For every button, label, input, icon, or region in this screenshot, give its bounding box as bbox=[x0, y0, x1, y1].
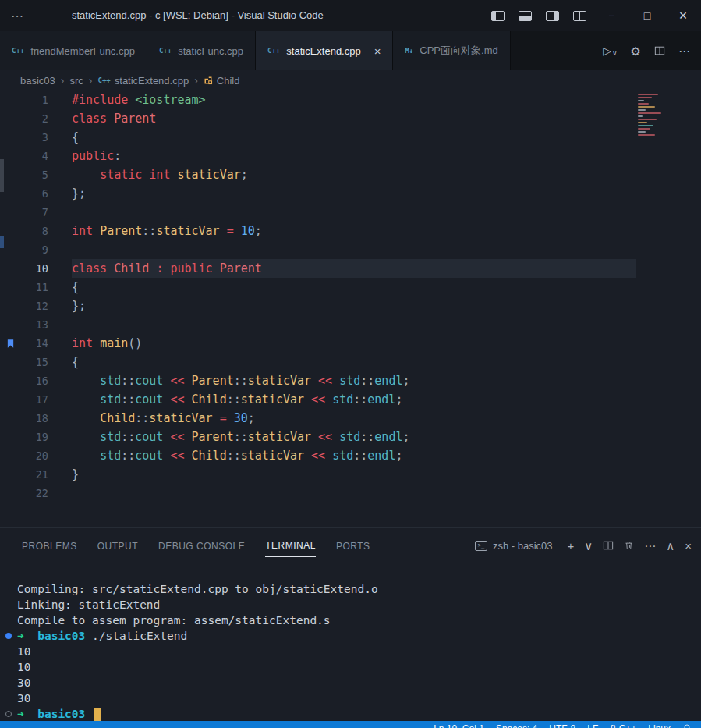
code-text: }; bbox=[72, 184, 636, 203]
toggle-sidebar-icon[interactable] bbox=[491, 11, 505, 21]
line-number: 18 bbox=[20, 409, 48, 428]
chevron-up-icon[interactable]: ∧ bbox=[666, 540, 674, 552]
code-line[interactable]: 6}; bbox=[0, 184, 701, 203]
tab-friendmemberfunc[interactable]: C++ friendMemberFunc.cpp bbox=[0, 31, 147, 70]
code-text: public: bbox=[72, 147, 636, 165]
editor-actions: ▷ ∨ ⚙ ⋯ bbox=[603, 31, 701, 70]
run-or-debug-button[interactable]: ▷ ∨ bbox=[603, 44, 617, 57]
gutter-decoration bbox=[0, 259, 20, 278]
code-text: int Parent::staticVar = 10; bbox=[72, 222, 636, 240]
toggle-secondary-sidebar-icon[interactable] bbox=[546, 11, 559, 21]
panel-tab-problems[interactable]: PROBLEMS bbox=[22, 534, 77, 557]
code-line[interactable]: 15{ bbox=[0, 353, 701, 371]
code-text: int main() bbox=[72, 334, 636, 353]
status-indentation[interactable]: Spaces: 4 bbox=[496, 723, 537, 728]
panel-tab-output[interactable]: OUTPUT bbox=[97, 534, 138, 557]
panel-tab-ports[interactable]: PORTS bbox=[336, 534, 370, 557]
line-number: 21 bbox=[20, 465, 48, 484]
breadcrumb-file[interactable]: C++ staticExtend.cpp bbox=[98, 75, 189, 87]
command-decoration[interactable] bbox=[0, 711, 17, 717]
gutter-decoration bbox=[0, 353, 20, 371]
gear-icon[interactable]: ⚙ bbox=[631, 45, 641, 57]
left-ruler-mark bbox=[0, 159, 4, 192]
breadcrumb-folder[interactable]: basic03 bbox=[20, 75, 55, 87]
status-encoding[interactable]: UTF-8 bbox=[549, 723, 575, 728]
panel-tab-debug-console[interactable]: DEBUG CONSOLE bbox=[158, 534, 245, 557]
code-line[interactable]: 20 std::cout << Child::staticVar << std:… bbox=[0, 446, 701, 465]
code-line[interactable]: 7 bbox=[0, 203, 701, 222]
minimap[interactable] bbox=[638, 94, 672, 136]
code-line[interactable]: 3{ bbox=[0, 128, 701, 147]
tab-cpp-oop-md[interactable]: M↓ CPP面向对象.md bbox=[393, 31, 510, 70]
gutter-decoration bbox=[0, 91, 20, 109]
code-text bbox=[72, 203, 636, 222]
tab-label: staticExtend.cpp bbox=[286, 45, 360, 57]
line-number: 19 bbox=[20, 428, 48, 446]
code-line[interactable]: 10class Child : public Parent bbox=[0, 259, 701, 278]
code-line[interactable]: 11{ bbox=[0, 278, 701, 297]
breadcrumb-folder[interactable]: src bbox=[69, 75, 83, 87]
code-line[interactable]: 16 std::cout << Parent::staticVar << std… bbox=[0, 371, 701, 390]
code-line[interactable]: 5 static int staticVar; bbox=[0, 165, 701, 184]
more-actions-icon[interactable]: ⋯ bbox=[644, 540, 656, 552]
more-actions-icon[interactable]: ⋯ bbox=[678, 45, 690, 57]
gutter-decoration bbox=[0, 297, 20, 315]
breadcrumb-symbol[interactable]: Child bbox=[204, 75, 240, 87]
gutter-decoration bbox=[0, 409, 20, 428]
code-line[interactable]: 13 bbox=[0, 315, 701, 334]
code-line[interactable]: 17 std::cout << Child::staticVar << std:… bbox=[0, 390, 701, 409]
code-line[interactable]: 22 bbox=[0, 484, 701, 502]
code-line[interactable]: 1#include <iostream> bbox=[0, 91, 701, 109]
trash-icon[interactable] bbox=[624, 540, 634, 551]
cpp-file-icon: C++ bbox=[98, 76, 111, 84]
panel-header: PROBLEMS OUTPUT DEBUG CONSOLE TERMINAL P… bbox=[0, 528, 701, 563]
status-cursor-position[interactable]: Ln 10, Col 1 bbox=[434, 723, 484, 728]
terminal-instance-selector[interactable]: >_ zsh - basic03 bbox=[475, 540, 553, 552]
code-line[interactable]: 4public: bbox=[0, 147, 701, 165]
gutter-decoration bbox=[0, 315, 20, 334]
toggle-panel-icon[interactable] bbox=[519, 11, 532, 21]
status-eol[interactable]: LF bbox=[587, 723, 598, 728]
chevron-down-icon[interactable]: ∨ bbox=[584, 540, 593, 552]
terminal-output-line: Linking: staticExtend bbox=[0, 597, 701, 613]
minimap-line bbox=[638, 131, 646, 133]
gutter-decoration bbox=[0, 484, 20, 502]
minimap-line bbox=[638, 94, 658, 95]
split-terminal-icon[interactable] bbox=[603, 540, 614, 551]
minimap-line bbox=[638, 97, 652, 98]
tab-staticextend[interactable]: C++ staticExtend.cpp × bbox=[256, 31, 393, 70]
new-terminal-plus-icon[interactable]: + bbox=[568, 540, 575, 552]
code-line[interactable]: 2class Parent bbox=[0, 109, 701, 128]
breadcrumb-separator: › bbox=[194, 74, 198, 87]
code-line[interactable]: 14int main() bbox=[0, 334, 701, 353]
code-text bbox=[72, 315, 636, 334]
terminal-prompt-line: ➜ basic03 bbox=[0, 706, 701, 722]
panel-tab-terminal[interactable]: TERMINAL bbox=[265, 534, 316, 557]
code-line[interactable]: 8int Parent::staticVar = 10; bbox=[0, 222, 701, 240]
minimize-button[interactable]: − bbox=[593, 0, 629, 31]
bell-icon[interactable] bbox=[682, 723, 692, 728]
code-line[interactable]: 9 bbox=[0, 240, 701, 259]
customize-layout-icon[interactable] bbox=[573, 11, 586, 21]
status-os[interactable]: Linux bbox=[648, 723, 671, 728]
terminal-text: 10 bbox=[17, 644, 30, 659]
maximize-button[interactable]: □ bbox=[629, 0, 665, 31]
code-line[interactable]: 21} bbox=[0, 465, 701, 484]
code-text: { bbox=[72, 353, 636, 371]
line-number: 11 bbox=[20, 278, 48, 297]
close-tab-icon[interactable]: × bbox=[374, 44, 381, 58]
close-window-button[interactable]: × bbox=[665, 0, 701, 31]
menu-ellipsis-icon[interactable]: ⋯ bbox=[0, 9, 36, 23]
code-line[interactable]: 12}; bbox=[0, 297, 701, 315]
line-number: 12 bbox=[20, 297, 48, 315]
split-editor-icon[interactable] bbox=[654, 45, 665, 56]
status-language-mode[interactable]: {} C++ bbox=[610, 723, 636, 728]
tab-staticfunc[interactable]: C++ staticFunc.cpp bbox=[147, 31, 256, 70]
code-line[interactable]: 19 std::cout << Parent::staticVar << std… bbox=[0, 428, 701, 446]
terminal-content[interactable]: Compiling: src/staticExtend.cpp to obj/s… bbox=[0, 563, 701, 721]
terminal-text: Compiling: src/staticExtend.cpp to obj/s… bbox=[17, 581, 378, 597]
close-panel-icon[interactable]: × bbox=[685, 540, 692, 552]
code-line[interactable]: 18 Child::staticVar = 30; bbox=[0, 409, 701, 428]
code-area[interactable]: 1#include <iostream>2class Parent3{4publ… bbox=[0, 91, 701, 502]
command-decoration[interactable] bbox=[0, 633, 17, 639]
